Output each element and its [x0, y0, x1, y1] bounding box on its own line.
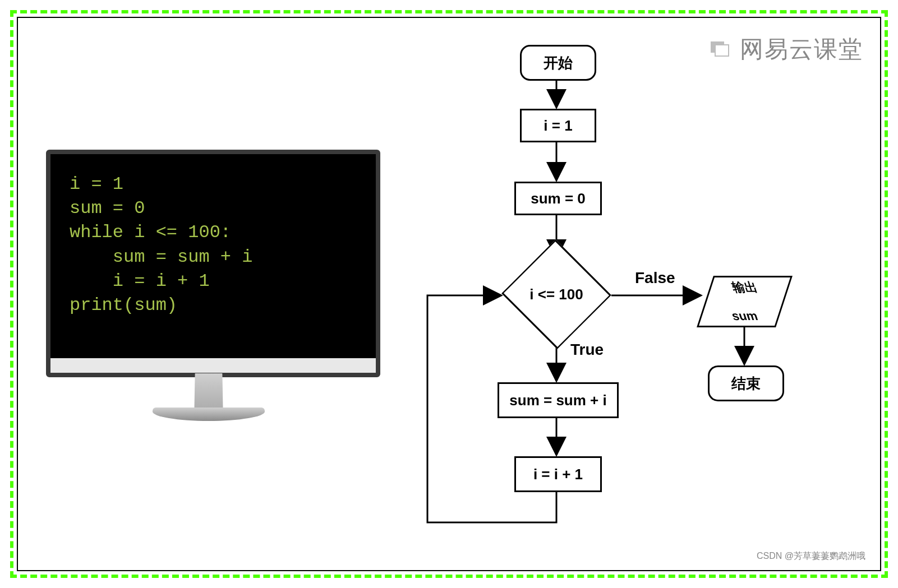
flow-body-incr: i = i + 1 — [514, 456, 602, 492]
flow-decision: i <= 100 — [506, 258, 607, 331]
monitor: i = 1 sum = 0 while i <= 100: sum = sum … — [46, 150, 380, 377]
monitor-chin — [50, 358, 376, 373]
code-screen: i = 1 sum = 0 while i <= 100: sum = sum … — [54, 158, 372, 358]
flow-body-sum: sum = sum + i — [498, 382, 619, 418]
flow-arrows — [388, 35, 876, 578]
flow-start: 开始 — [520, 45, 596, 81]
credit: CSDN @芳草萋萋鹦鹉洲哦 — [757, 550, 865, 562]
flowchart: 开始 i = 1 sum = 0 i <= 100 True False sum… — [388, 35, 876, 578]
flow-end: 结束 — [708, 365, 784, 401]
monitor-stand — [181, 373, 237, 440]
flow-label-false: False — [635, 269, 675, 287]
flow-label-true: True — [570, 341, 604, 359]
flow-output: 输出sum — [697, 276, 793, 327]
flow-init-sum: sum = 0 — [514, 182, 602, 215]
flow-init-i: i = 1 — [520, 109, 596, 142]
